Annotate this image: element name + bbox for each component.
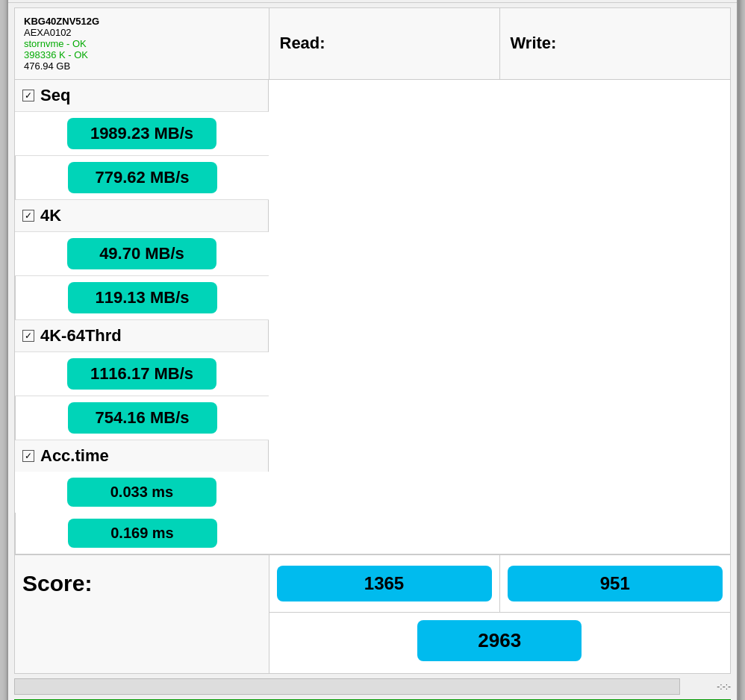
score-row: Score: 1365 951 bbox=[15, 554, 730, 612]
acc-write-value: 0.169 ms bbox=[68, 519, 217, 548]
4k-write-cell: 119.13 MB/s bbox=[15, 276, 269, 320]
read-header: Read: bbox=[269, 8, 499, 80]
progress-area: -:-:- bbox=[14, 678, 731, 695]
score-read-value: 1365 bbox=[277, 566, 492, 601]
acc-label-cell: ✓ Acc.time bbox=[15, 440, 269, 472]
4k-label-cell: ✓ 4K bbox=[15, 200, 269, 232]
seq-write-cell: 779.62 MB/s bbox=[15, 156, 269, 200]
4k-read-cell: 49.70 MB/s bbox=[15, 232, 269, 276]
score-total-cell: 2963 bbox=[269, 612, 730, 673]
4k-read-value: 49.70 MB/s bbox=[67, 238, 216, 269]
table-row: ✓ 4K 49.70 MB/s 119.13 MB/s bbox=[15, 200, 730, 320]
table-row: ✓ Acc.time 0.033 ms 0.169 ms bbox=[15, 440, 730, 554]
table-row: ✓ 4K-64Thrd 1116.17 MB/s 754.16 MB/s bbox=[15, 320, 730, 440]
drive-size-raw: 398336 K - OK bbox=[24, 49, 260, 60]
seq-checkbox[interactable]: ✓ bbox=[22, 90, 34, 101]
header-row: KBG40ZNV512G AEXA0102 stornvme - OK 3983… bbox=[15, 8, 730, 80]
main-content: KBG40ZNV512G AEXA0102 stornvme - OK 3983… bbox=[8, 3, 737, 701]
4k64-read-cell: 1116.17 MB/s bbox=[15, 352, 269, 396]
score-read-cell: 1365 bbox=[269, 554, 499, 612]
write-header: Write: bbox=[499, 8, 730, 80]
score-total-value: 2963 bbox=[417, 620, 582, 661]
seq-read-value: 1989.23 MB/s bbox=[67, 118, 216, 149]
4k64-write-cell: 754.16 MB/s bbox=[15, 396, 269, 440]
score-label: Score: bbox=[22, 571, 92, 596]
drive-size-gb: 476.94 GB bbox=[24, 60, 260, 72]
4k64-name: 4K-64Thrd bbox=[40, 326, 122, 346]
4k64-write-value: 754.16 MB/s bbox=[68, 402, 217, 434]
acc-name: Acc.time bbox=[40, 446, 109, 466]
seq-label-cell: ✓ Seq bbox=[15, 80, 269, 112]
score-total-empty bbox=[15, 612, 269, 673]
seq-name: Seq bbox=[40, 86, 70, 105]
score-label-cell: Score: bbox=[15, 554, 269, 612]
progress-time: -:-:- bbox=[686, 681, 731, 692]
acc-read-value: 0.033 ms bbox=[67, 478, 216, 507]
4k-name: 4K bbox=[40, 206, 61, 225]
acc-read-cell: 0.033 ms bbox=[15, 472, 269, 513]
table-row: ✓ Seq 1989.23 MB/s 779.62 MB/s bbox=[15, 79, 730, 200]
drive-model: KBG40ZNV512G bbox=[24, 16, 260, 27]
4k-write-value: 119.13 MB/s bbox=[68, 282, 217, 313]
seq-write-value: 779.62 MB/s bbox=[68, 162, 217, 193]
acc-write-cell: 0.169 ms bbox=[15, 513, 269, 554]
drive-firmware: AEXA0102 bbox=[24, 27, 260, 38]
acc-checkbox[interactable]: ✓ bbox=[22, 450, 34, 462]
4k64-read-value: 1116.17 MB/s bbox=[67, 358, 216, 390]
score-write-value: 951 bbox=[508, 566, 723, 601]
4k64-checkbox[interactable]: ✓ bbox=[22, 330, 34, 342]
drive-driver: stornvme - OK bbox=[24, 38, 260, 49]
4k64-label-cell: ✓ 4K-64Thrd bbox=[15, 320, 269, 352]
progress-bar-background bbox=[14, 678, 680, 695]
score-write-cell: 951 bbox=[499, 554, 730, 612]
4k-checkbox[interactable]: ✓ bbox=[22, 210, 34, 222]
score-total-row: 2963 bbox=[15, 612, 730, 673]
seq-read-cell: 1989.23 MB/s bbox=[15, 112, 269, 156]
main-window: 💾 AS SSD Benchmark 2.0.7316.34247 — □ ✕ … bbox=[7, 0, 738, 700]
